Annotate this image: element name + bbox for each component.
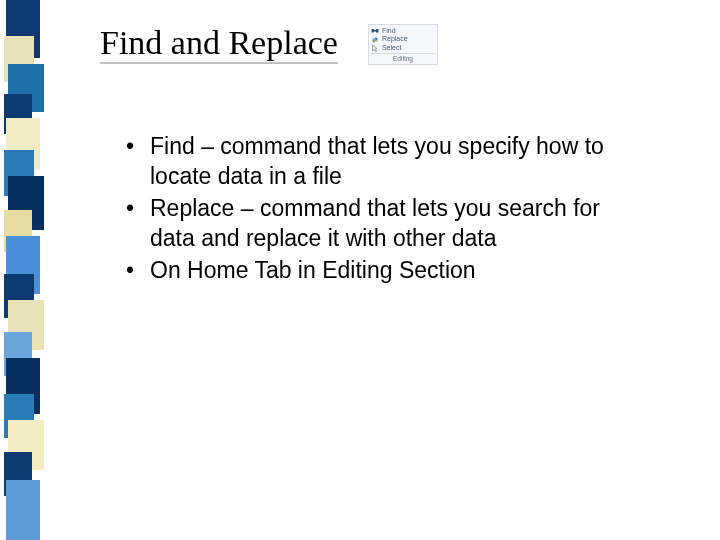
- deco-block: [6, 480, 40, 540]
- slide: Find and Replace Find Replace: [0, 0, 720, 540]
- editing-select-label: Select: [382, 44, 401, 52]
- editing-group-thumbnail: Find Replace Select Editing: [368, 24, 438, 65]
- editing-find-label: Find: [382, 27, 396, 35]
- editing-find-row: Find: [371, 27, 435, 35]
- svg-rect-2: [373, 30, 376, 32]
- editing-footer-label: Editing: [371, 53, 435, 63]
- bullet-item: On Home Tab in Editing Section: [120, 256, 650, 286]
- replace-icon: [371, 36, 379, 44]
- slide-body: Find – command that lets you specify how…: [120, 132, 650, 287]
- binoculars-icon: [371, 27, 379, 35]
- slide-title: Find and Replace: [100, 25, 338, 65]
- cursor-icon: [371, 44, 379, 52]
- decorative-sidebar: [0, 0, 48, 540]
- bullet-item: Replace – command that lets you search f…: [120, 194, 650, 254]
- editing-replace-row: Replace: [371, 35, 435, 43]
- title-area: Find and Replace Find Replace: [100, 24, 438, 65]
- bullet-item: Find – command that lets you specify how…: [120, 132, 650, 192]
- editing-select-row: Select: [371, 44, 435, 52]
- editing-replace-label: Replace: [382, 35, 408, 43]
